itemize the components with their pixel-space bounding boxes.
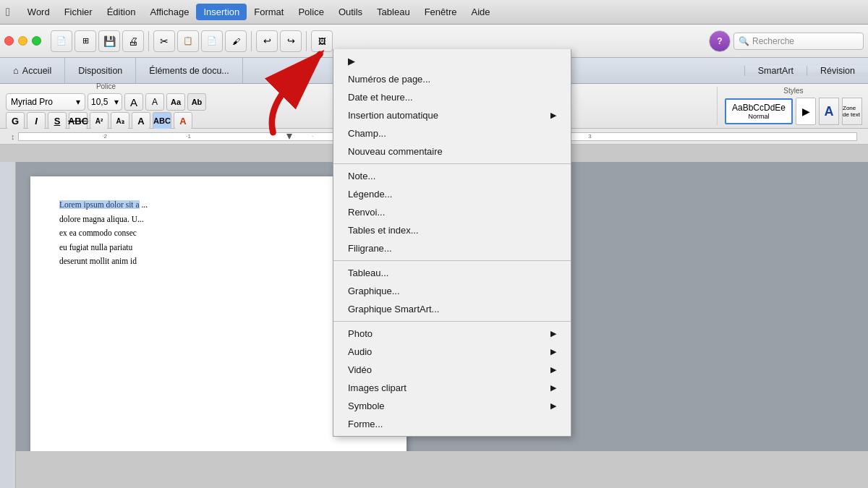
tab-disposition[interactable]: Disposition (65, 58, 136, 83)
dd-item-symbole[interactable]: Symbole ▶ (333, 397, 571, 415)
dd-item-numeros[interactable]: Numéros de page... (333, 70, 571, 88)
dd-renvoi-label: Renvoi... (348, 207, 385, 218)
font-shrink-button[interactable]: A (145, 93, 164, 111)
style-play-icon: ▶ (802, 106, 810, 117)
dd-item-comment[interactable]: Nouveau commentaire (333, 142, 571, 160)
menu-format[interactable]: Format (247, 4, 291, 20)
ruler-mark-2: ·2 (102, 133, 107, 140)
clear-format-button[interactable]: Ab (187, 93, 206, 111)
format-paint-button[interactable]: 🖌 (225, 30, 247, 52)
italic-button[interactable]: I (27, 112, 46, 129)
menu-aide[interactable]: Aide (464, 4, 497, 20)
font-size-arrow: ▾ (114, 97, 119, 107)
ruler-mark-3r: 3 (588, 133, 591, 140)
lorem-text-1: ... (140, 200, 148, 209)
tab-smartart[interactable]: SmartArt (744, 66, 807, 76)
dd-item-note[interactable]: Note... (333, 167, 571, 185)
menu-fenetre[interactable]: Fenêtre (417, 4, 464, 20)
ruler-icon: ↕ (11, 132, 15, 141)
media-button[interactable]: 🖼 (311, 30, 333, 52)
ruler-mark-0: · (312, 133, 313, 140)
dd-item-video[interactable]: Vidéo ▶ (333, 361, 571, 379)
dd-item-legende[interactable]: Légende... (333, 185, 571, 203)
dd-item-renvoi[interactable]: Renvoi... (333, 203, 571, 221)
dd-sep-2 (333, 260, 571, 261)
font-size-value: 10,5 (91, 97, 108, 107)
menu-insertion[interactable]: Insertion (196, 4, 247, 20)
dd-item-tables[interactable]: Tables et index... (333, 221, 571, 239)
dd-item-tableau[interactable]: Tableau... (333, 264, 571, 282)
grid-button[interactable]: ⊞ (75, 30, 96, 52)
dd-item-audio[interactable]: Audio ▶ (333, 343, 571, 361)
font-color-button[interactable]: A (174, 112, 192, 129)
new-doc-button[interactable]: 📄 (51, 30, 72, 52)
style-text-btn[interactable]: A (819, 98, 839, 125)
tab-revision[interactable]: Révision (807, 66, 868, 76)
menu-fichier[interactable]: Fichier (57, 4, 100, 20)
dd-video-label: Vidéo (348, 364, 372, 375)
strikethrough-button[interactable]: ABC (69, 112, 88, 129)
more-styles-button[interactable]: Zone de text (842, 98, 862, 125)
superscript-button[interactable]: A² (90, 112, 109, 129)
dd-comment-label: Nouveau commentaire (348, 146, 443, 157)
lorem-text-2: dolore magna aliqua. U... (59, 215, 144, 223)
menu-affichage[interactable]: Affichage (142, 4, 196, 20)
dd-item-date[interactable]: Date et heure... (333, 88, 571, 106)
styles-label: Styles (783, 87, 803, 95)
dd-item-photo[interactable]: Photo ▶ (333, 325, 571, 343)
lorem-text-3: ex ea commodo consec (59, 228, 137, 237)
dd-item-smartart[interactable]: Graphique SmartArt... (333, 300, 571, 318)
dd-item-graphique[interactable]: Graphique... (333, 282, 571, 300)
insertion-dropdown: ▶ Numéros de page... Date et heure... In… (333, 49, 571, 437)
dd-item-filigrane[interactable]: Filigrane... (333, 239, 571, 257)
styles-preview-section: Styles AaBbCcDdEe Normal ▶ A (717, 87, 862, 125)
menu-outils[interactable]: Outils (331, 4, 370, 20)
font-case-button[interactable]: Aa (166, 93, 185, 111)
highlight-button[interactable]: ABC (153, 112, 171, 129)
dd-item-top-arrow[interactable]: ▶ (333, 52, 571, 70)
ruler-mark-1: ·1 (186, 133, 191, 140)
dd-images-label: Images clipart (348, 382, 407, 393)
style-controls: G I S ABC A² A₂ A ABC A (6, 112, 206, 129)
maximize-button[interactable] (32, 36, 41, 46)
font-name-select[interactable]: Myriad Pro ▾ (6, 93, 85, 111)
search-icon: 🔍 (739, 36, 749, 46)
dd-item-insertion-auto[interactable]: Insertion automatique ▶ (333, 106, 571, 124)
close-button[interactable] (4, 36, 14, 46)
menu-police[interactable]: Police (291, 4, 331, 20)
dd-smartart-label: Graphique SmartArt... (348, 304, 439, 314)
traffic-lights (4, 36, 41, 46)
apple-icon[interactable]:  (6, 6, 10, 19)
search-box[interactable]: 🔍 Recherche (733, 33, 864, 50)
tab-accueil[interactable]: ⌂ Accueil (0, 58, 65, 83)
bold-button[interactable]: G (6, 112, 25, 129)
help-button[interactable]: ? (709, 30, 731, 52)
styles-preview: Styles AaBbCcDdEe Normal ▶ A (725, 87, 862, 125)
dd-insertion-auto-arrow: ▶ (550, 111, 556, 120)
subscript-button[interactable]: A₂ (111, 112, 129, 129)
style-arrow-button[interactable]: ▶ (796, 98, 816, 125)
print-button[interactable]: 🖨 (122, 30, 144, 52)
tab-elements[interactable]: Éléments de docu... (136, 58, 242, 83)
dd-legende-label: Légende... (348, 189, 392, 200)
underline-button[interactable]: S (48, 112, 67, 129)
undo-button[interactable]: ↩ (256, 30, 278, 52)
save-button[interactable]: 💾 (98, 30, 120, 52)
dd-item-champ[interactable]: Champ... (333, 124, 571, 142)
minimize-button[interactable] (18, 36, 27, 46)
menu-tableau[interactable]: Tableau (370, 4, 417, 20)
menu-word[interactable]: Word (20, 4, 57, 20)
tab-smartart-label: SmartArt (758, 66, 793, 76)
menu-edition[interactable]: Édition (100, 4, 143, 20)
redo-button[interactable]: ↪ (280, 30, 302, 52)
copy-button[interactable]: 📋 (177, 30, 199, 52)
style-normal-button[interactable]: AaBbCcDdEe Normal (725, 98, 793, 124)
cut-button[interactable]: ✂ (153, 30, 175, 52)
paste-button[interactable]: 📄 (201, 30, 223, 52)
dd-item-forme[interactable]: Forme... (333, 415, 571, 433)
search-placeholder: Recherche (752, 36, 794, 46)
font-color-a-button[interactable]: A (132, 112, 150, 129)
dd-item-images[interactable]: Images clipart ▶ (333, 379, 571, 397)
font-size-select[interactable]: 10,5 ▾ (88, 93, 122, 111)
font-grow-button[interactable]: A (124, 93, 143, 111)
